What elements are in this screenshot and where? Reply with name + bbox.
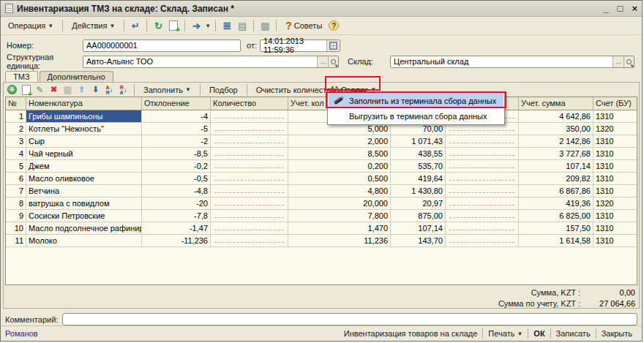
cell-acc-sum[interactable]: 1 614,58 xyxy=(519,235,594,247)
cell-name[interactable]: Грибы шампиньоны xyxy=(26,110,142,123)
unit-field[interactable]: Авто-Альянс ТОО ... xyxy=(83,56,339,68)
cell-price[interactable]: 1 071,43 xyxy=(391,135,446,148)
column-header[interactable]: Счет (БУ) xyxy=(594,97,637,110)
cell-n[interactable]: 4 xyxy=(6,148,26,160)
cell-acc-qty[interactable]: 1,470 xyxy=(288,222,391,235)
menu-item-fill-from-terminal[interactable]: Заполнить из терминала сбора данных xyxy=(329,93,503,108)
cell-sum[interactable] xyxy=(446,185,519,197)
cell-acc-qty[interactable]: 11,236 xyxy=(288,235,391,247)
cell-n[interactable]: 5 xyxy=(6,160,26,173)
tab-additional[interactable]: Дополнительно xyxy=(40,71,113,82)
cell-qty[interactable] xyxy=(211,210,288,222)
cell-account[interactable]: 1310 xyxy=(594,222,637,235)
cell-account[interactable]: 1310 xyxy=(594,135,637,148)
tab-tmz[interactable]: ТМЗ xyxy=(5,71,38,83)
tips-button[interactable]: ? Советы xyxy=(281,18,326,34)
cell-price[interactable]: 419,64 xyxy=(391,173,446,185)
cell-name[interactable]: Масло оливковое xyxy=(26,173,142,185)
sort-desc-button[interactable]: ЯА ↓ xyxy=(118,84,129,95)
cell-price[interactable]: 535,70 xyxy=(391,160,446,173)
cell-sum[interactable] xyxy=(446,222,519,235)
cell-dev[interactable]: -8,5 xyxy=(142,148,211,160)
cell-name[interactable]: Джем xyxy=(26,160,142,173)
delete-row-button[interactable]: ✖ xyxy=(48,84,59,95)
cell-account[interactable]: 1310 xyxy=(594,173,637,185)
pick-button[interactable]: Подбор xyxy=(206,85,242,95)
cell-dev[interactable]: -4,8 xyxy=(142,185,211,197)
cell-account[interactable]: 1310 xyxy=(594,185,637,197)
cell-sum[interactable] xyxy=(446,210,519,222)
cell-acc-sum[interactable]: 3 727,68 xyxy=(519,148,594,160)
cell-n[interactable]: 3 xyxy=(6,135,26,148)
minimize-button[interactable]: _ xyxy=(603,4,608,14)
cell-n[interactable]: 6 xyxy=(6,173,26,185)
calendar-button[interactable] xyxy=(326,40,340,51)
cell-qty[interactable] xyxy=(211,222,288,235)
cell-name[interactable]: Молоко xyxy=(26,235,142,247)
cell-name[interactable]: Чай черный xyxy=(26,148,142,160)
move-down-button[interactable]: ⬇ xyxy=(90,84,101,95)
cell-price[interactable]: 1 430,80 xyxy=(391,185,446,197)
cell-name[interactable]: Ветчина xyxy=(26,185,142,197)
cell-qty[interactable] xyxy=(211,135,288,148)
cell-n[interactable]: 8 xyxy=(6,197,26,210)
cell-acc-sum[interactable]: 4 642,86 xyxy=(519,110,594,123)
maximize-button[interactable]: □ xyxy=(618,4,624,14)
cell-acc-sum[interactable]: 6 867,86 xyxy=(519,185,594,197)
cell-account[interactable]: 1310 xyxy=(594,160,637,173)
cell-sum[interactable] xyxy=(446,235,519,247)
save-row-button[interactable]: ▦ xyxy=(62,84,73,95)
refresh-button[interactable]: ↻ xyxy=(151,19,165,32)
cell-n[interactable]: 7 xyxy=(6,185,26,197)
close-button[interactable]: × xyxy=(632,4,637,14)
cell-name[interactable]: Сыр xyxy=(26,135,142,148)
cell-qty[interactable] xyxy=(211,160,288,173)
cell-acc-sum[interactable]: 350,00 xyxy=(519,123,594,135)
copy-row-button[interactable] xyxy=(20,84,31,95)
cell-account[interactable]: 1320 xyxy=(594,197,637,210)
cell-dev[interactable]: -0,5 xyxy=(142,173,211,185)
cell-account[interactable]: 1320 xyxy=(594,123,637,135)
copy-document-button[interactable] xyxy=(167,19,180,32)
list-settings-button[interactable]: ▤ xyxy=(236,19,249,32)
post-document-button[interactable]: ↵ xyxy=(129,19,142,32)
cell-name[interactable]: ватрушка с повидлом xyxy=(26,197,142,210)
cell-dev[interactable]: -5 xyxy=(142,123,211,135)
warehouse-select-button[interactable]: ... xyxy=(613,56,624,67)
notes-button[interactable]: ▦ xyxy=(258,19,272,32)
cell-price[interactable]: 875,00 xyxy=(391,210,446,222)
cell-dev[interactable]: -11,236 xyxy=(142,235,211,247)
chevron-down-icon[interactable]: ▼ xyxy=(205,23,211,29)
save-button[interactable]: Записать xyxy=(551,329,596,338)
cell-price[interactable]: 438,55 xyxy=(391,148,446,160)
cell-acc-qty[interactable]: 8,500 xyxy=(288,148,391,160)
unit-select-button[interactable]: ... xyxy=(317,56,328,67)
cell-price[interactable]: 107,14 xyxy=(391,222,446,235)
ok-button[interactable]: ОК xyxy=(528,329,550,338)
cell-acc-sum[interactable]: 419,36 xyxy=(519,197,594,210)
menu-item-unload-to-terminal[interactable]: Выгрузить в терминал сбора данных xyxy=(329,108,503,124)
cell-qty[interactable] xyxy=(211,123,288,135)
cell-qty[interactable] xyxy=(211,110,288,123)
sort-asc-button[interactable]: АЯ ↓ xyxy=(104,84,115,95)
cell-acc-sum[interactable]: 157,50 xyxy=(519,222,594,235)
cell-sum[interactable] xyxy=(446,173,519,185)
column-header[interactable]: Номенклатура xyxy=(26,97,142,110)
cell-acc-qty[interactable]: 7,800 xyxy=(288,210,391,222)
cell-name[interactable]: Котлеты "Нежность" xyxy=(26,123,142,135)
fill-menu-button[interactable]: Заполнить ▼ xyxy=(140,85,195,95)
cell-sum[interactable] xyxy=(446,148,519,160)
comment-field[interactable] xyxy=(62,313,637,325)
column-header[interactable]: Учет. сумма xyxy=(519,97,594,110)
cell-n[interactable]: 2 xyxy=(6,123,26,135)
edit-row-button[interactable]: ✎ xyxy=(34,84,45,95)
cell-n[interactable]: 11 xyxy=(6,235,26,247)
add-row-button[interactable]: + xyxy=(7,84,18,95)
cell-qty[interactable] xyxy=(211,197,288,210)
cell-n[interactable]: 1 xyxy=(6,110,26,123)
cell-qty[interactable] xyxy=(211,173,288,185)
goto-button[interactable]: ➔ xyxy=(190,19,203,32)
cell-account[interactable]: 1310 xyxy=(594,235,637,247)
cell-qty[interactable] xyxy=(211,185,288,197)
cell-dev[interactable]: -1,47 xyxy=(142,222,211,235)
